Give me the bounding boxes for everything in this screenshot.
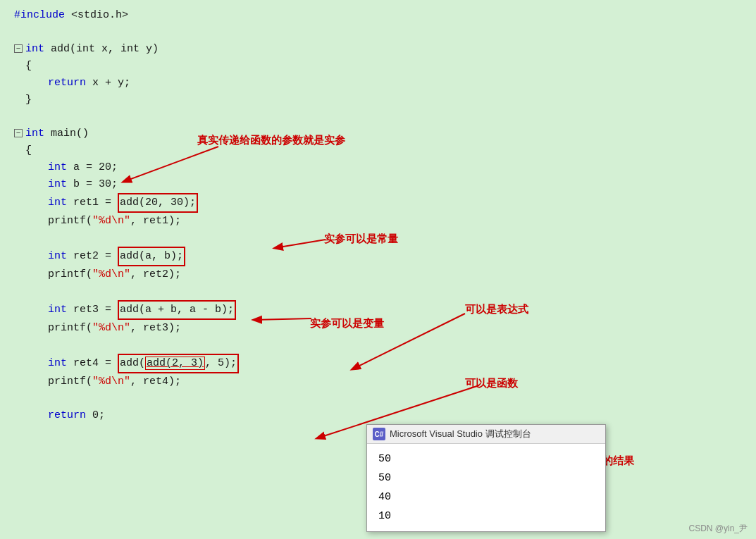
annotation-constant: 实参可以是常量 <box>324 233 398 246</box>
blank-line-6 <box>14 390 742 407</box>
code-line-9: { <box>14 142 742 159</box>
code-line-22: printf("%d\n", ret4); <box>14 373 742 390</box>
console-popup: C# Microsoft Visual Studio 调试控制台 50 50 4… <box>366 424 606 532</box>
code-line-6: } <box>14 92 742 109</box>
code-line-13: printf("%d\n", ret1); <box>14 213 742 230</box>
code-line-15: int ret2 = add(a, b); <box>14 247 742 266</box>
highlight-add-expr: add(a + b, a - b); <box>118 300 236 320</box>
include-directive: #include <box>14 7 65 24</box>
kw-int-add: int <box>25 41 44 58</box>
blank-line-2 <box>14 109 742 125</box>
console-line-2: 50 <box>378 469 594 488</box>
console-line-3: 40 <box>378 488 594 507</box>
code-line-24: return 0; <box>14 407 742 424</box>
code-line-12: int ret1 = add(20, 30); <box>14 193 742 213</box>
highlight-add-nested-outer: add(add(2, 3), 5); <box>118 354 239 373</box>
annotation-variable: 实参可以是变量 <box>310 317 384 330</box>
code-line-4: { <box>14 58 742 75</box>
code-line-11: int b = 30; <box>14 176 742 193</box>
blank-line-4 <box>14 283 742 300</box>
blank-line-5 <box>14 337 742 354</box>
console-line-4: 10 <box>378 507 594 526</box>
highlight-add-a-b: add(a, b); <box>118 247 185 266</box>
console-title: Microsoft Visual Studio 调试控制台 <box>390 428 531 440</box>
blank-line-1 <box>14 24 742 41</box>
code-line-1: #include <stdio.h> <box>14 7 742 24</box>
code-line-10: int a = 20; <box>14 159 742 176</box>
collapse-icon-add[interactable]: − <box>14 44 23 53</box>
annotation-expression: 可以是表达式 <box>465 303 528 316</box>
console-title-bar: C# Microsoft Visual Studio 调试控制台 <box>367 425 605 444</box>
watermark: CSDN @yin_尹 <box>688 523 748 535</box>
cs-icon: C# <box>373 428 385 440</box>
collapse-icon-main[interactable]: − <box>14 129 23 137</box>
code-line-3: −int add(int x, int y) <box>14 41 742 58</box>
annotation-function: 可以是函数 <box>465 377 518 390</box>
code-line-21: int ret4 = add(add(2, 3), 5); <box>14 354 742 373</box>
code-line-8: −int main() <box>14 125 742 142</box>
console-body: 50 50 40 10 <box>367 444 605 531</box>
code-line-16: printf("%d\n", ret2); <box>14 266 742 283</box>
console-line-1: 50 <box>378 450 594 469</box>
annotation-shican: 真实传递给函数的参数就是实参 <box>197 134 345 147</box>
highlight-add20-30: add(20, 30); <box>118 193 198 213</box>
code-line-5: return x + y; <box>14 75 742 92</box>
